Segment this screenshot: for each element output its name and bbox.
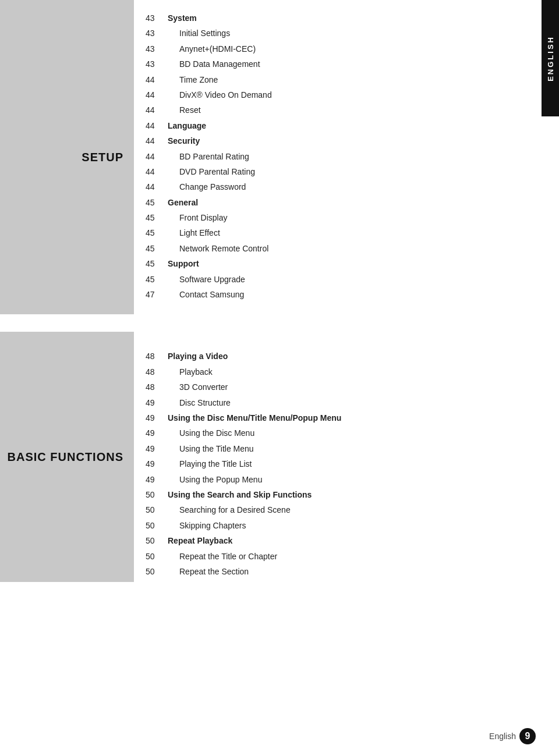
toc-text: Anynet+(HDMI-CEC) [179,42,256,55]
toc-number: 44 [146,119,168,132]
toc-row: 45Software Upgrade [146,273,536,286]
toc-number: 45 [146,273,168,286]
toc-row: 50Using the Search and Skip Functions [146,488,536,501]
toc-text: Repeat the Title or Chapter [179,550,277,563]
toc-number: 43 [146,58,168,70]
toc-number: 50 [146,519,168,532]
toc-row: 43System [146,12,536,24]
english-tab-text: ENGLISH [546,36,555,81]
toc-row: 43BD Data Management [146,58,536,70]
toc-number: 45 [146,226,168,239]
toc-row: 44Change Password [146,180,536,193]
toc-number: 45 [146,196,168,209]
toc-row: 50Searching for a Desired Scene [146,503,536,516]
toc-text: Light Effect [179,226,220,239]
toc-text: Network Remote Control [179,242,268,255]
toc-row: 48Playback [146,365,536,378]
toc-text: Using the Title Menu [179,442,254,455]
toc-number: 49 [146,396,168,409]
setup-label: SETUP [82,151,123,164]
toc-row: 44Security [146,134,536,147]
toc-text: Reset [179,104,201,116]
toc-number: 44 [146,104,168,116]
toc-row: 49Using the Popup Menu [146,473,536,486]
toc-row: 45Support [146,257,536,270]
toc-row: 44BD Parental Rating [146,150,536,163]
toc-text: Repeat the Section [179,565,249,578]
toc-row: 49Disc Structure [146,396,536,409]
toc-text: Using the Search and Skip Functions [168,488,312,501]
toc-number: 44 [146,150,168,163]
toc-text: Disc Structure [179,396,231,409]
toc-text: Using the Popup Menu [179,473,262,486]
toc-row: 45General [146,196,536,209]
toc-row: 483D Converter [146,381,536,393]
toc-text: Security [168,134,200,147]
toc-row: 50Repeat Playback [146,534,536,547]
toc-text: Change Password [179,180,246,193]
english-tab: ENGLISH [542,0,559,116]
toc-number: 50 [146,488,168,501]
toc-number: 50 [146,550,168,563]
toc-number: 43 [146,42,168,55]
toc-number: 49 [146,473,168,486]
toc-number: 49 [146,457,168,470]
footer-text: English [489,732,516,741]
toc-text: Playing the Title List [179,457,252,470]
toc-number: 50 [146,565,168,578]
toc-number: 43 [146,12,168,24]
toc-number: 45 [146,211,168,224]
toc-number: 44 [146,180,168,193]
toc-text: Front Display [179,211,227,224]
toc-number: 49 [146,442,168,455]
basic-label: BASIC FUNCTIONS [8,450,123,464]
toc-row: 45Network Remote Control [146,242,536,255]
toc-text: Searching for a Desired Scene [179,503,291,516]
toc-row: 44DivX® Video On Demand [146,88,536,101]
toc-row: 49Using the Disc Menu/Title Menu/Popup M… [146,411,536,424]
toc-text: Time Zone [179,73,218,86]
toc-number: 43 [146,27,168,40]
basic-toc: 48Playing a Video48Playback483D Converte… [146,338,536,598]
toc-text: DivX® Video On Demand [179,88,272,101]
setup-sidebar-label: SETUP [0,0,134,314]
toc-row: 48Playing a Video [146,350,536,363]
toc-text: Support [168,257,199,270]
toc-text: Playing a Video [168,350,228,363]
toc-number: 47 [146,288,168,301]
toc-number: 45 [146,242,168,255]
toc-row: 45Front Display [146,211,536,224]
toc-row: 50Repeat the Section [146,565,536,578]
toc-number: 44 [146,88,168,101]
footer-number: 9 [519,728,536,744]
toc-text: Software Upgrade [179,273,245,286]
toc-number: 48 [146,381,168,393]
toc-row: 47Contact Samsung [146,288,536,301]
toc-text: Playback [179,365,213,378]
setup-toc: 43System43Initial Settings43Anynet+(HDMI… [146,0,536,321]
toc-text: Initial Settings [179,27,230,40]
toc-row: 50Skipping Chapters [146,519,536,532]
footer: English 9 [489,728,536,744]
toc-number: 50 [146,534,168,547]
toc-number: 49 [146,427,168,439]
toc-row: 49Using the Title Menu [146,442,536,455]
toc-text: Repeat Playback [168,534,232,547]
toc-row: 50Repeat the Title or Chapter [146,550,536,563]
toc-text: Using the Disc Menu/Title Menu/Popup Men… [168,411,341,424]
toc-number: 50 [146,503,168,516]
toc-number: 48 [146,365,168,378]
toc-text: Using the Disc Menu [179,427,254,439]
toc-number: 49 [146,411,168,424]
toc-row: 44Reset [146,104,536,116]
toc-text: Skipping Chapters [179,519,246,532]
toc-number: 44 [146,73,168,86]
toc-row: 44Language [146,119,536,132]
toc-row: 49Playing the Title List [146,457,536,470]
toc-number: 44 [146,165,168,178]
toc-row: 44Time Zone [146,73,536,86]
toc-text: BD Parental Rating [179,150,249,163]
toc-row: 43Anynet+(HDMI-CEC) [146,42,536,55]
content-area: 43System43Initial Settings43Anynet+(HDMI… [146,0,536,598]
toc-row: 43Initial Settings [146,27,536,40]
